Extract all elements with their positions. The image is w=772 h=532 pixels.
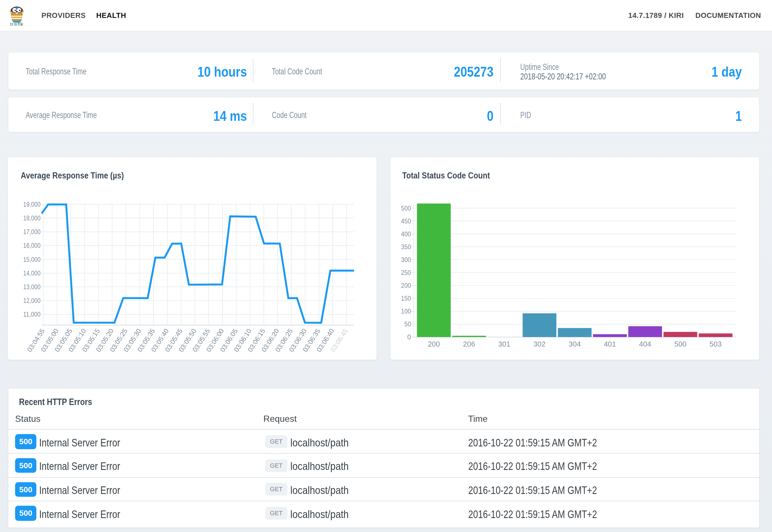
svg-text:17,000: 17,000: [23, 228, 41, 236]
svg-text:503: 503: [710, 340, 722, 348]
svg-text:14,000: 14,000: [23, 269, 41, 277]
svg-text:150: 150: [401, 295, 411, 302]
svg-text:100: 100: [401, 307, 411, 315]
svg-text:400: 400: [401, 230, 411, 238]
svg-text:450: 450: [401, 217, 411, 225]
svg-text:500: 500: [401, 204, 411, 212]
svg-text:300: 300: [401, 256, 411, 263]
svg-text:15,000: 15,000: [23, 256, 41, 263]
svg-text:250: 250: [401, 269, 411, 276]
svg-text:50: 50: [404, 320, 411, 328]
svg-text:350: 350: [401, 243, 411, 251]
svg-text:13,000: 13,000: [23, 283, 41, 291]
svg-text:200: 200: [401, 282, 411, 289]
svg-text:0: 0: [407, 333, 411, 341]
svg-text:12,000: 12,000: [23, 297, 41, 304]
svg-text:500: 500: [674, 340, 686, 348]
svg-text:304: 304: [569, 340, 581, 348]
svg-text:401: 401: [604, 340, 616, 348]
svg-text:301: 301: [498, 340, 510, 348]
svg-text:206: 206: [463, 340, 475, 348]
svg-text:11,000: 11,000: [23, 310, 41, 318]
svg-text:200: 200: [428, 340, 440, 348]
svg-text:16,000: 16,000: [23, 242, 41, 249]
svg-text:302: 302: [533, 340, 545, 348]
svg-text:19,000: 19,000: [23, 201, 41, 208]
svg-text:404: 404: [639, 340, 651, 348]
svg-text:18,000: 18,000: [23, 214, 41, 222]
